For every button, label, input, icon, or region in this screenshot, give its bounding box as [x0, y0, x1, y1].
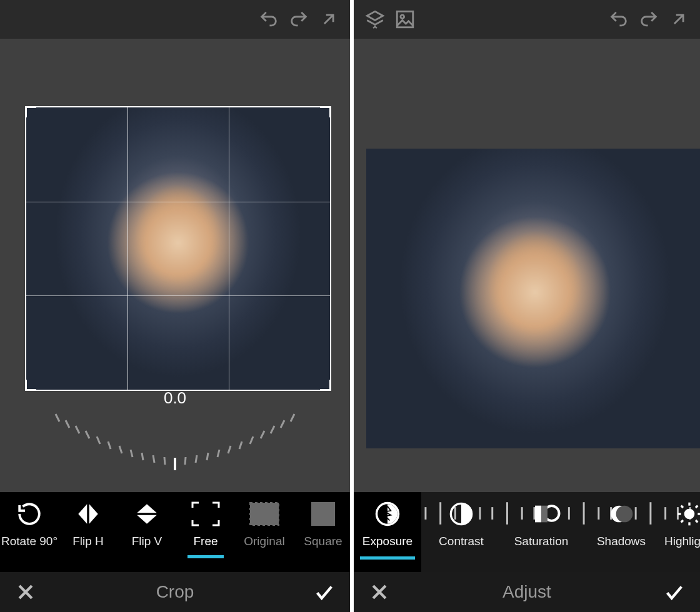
rotation-dial[interactable]: 0.0	[41, 388, 309, 470]
top-bar	[354, 0, 700, 39]
shadows-button[interactable]: Shadows	[581, 492, 661, 572]
svg-line-9	[153, 455, 154, 463]
svg-line-15	[218, 450, 219, 457]
tool-label: Original	[244, 535, 284, 548]
svg-line-5	[108, 442, 111, 449]
highlights-button[interactable]: Highlights	[661, 492, 700, 572]
exposure-button[interactable]: Exposure	[354, 492, 421, 572]
svg-line-7	[131, 450, 132, 457]
svg-line-62	[681, 506, 683, 508]
svg-point-26	[401, 15, 404, 19]
bottom-bar: Crop	[0, 572, 350, 612]
screen-title: Adjust	[391, 582, 662, 602]
svg-line-16	[228, 446, 231, 453]
tool-label: Contrast	[439, 535, 484, 548]
redo-icon[interactable]	[284, 4, 314, 34]
cancel-button[interactable]	[14, 580, 38, 604]
undo-icon[interactable]	[604, 4, 634, 34]
svg-rect-54	[541, 506, 548, 523]
svg-point-56	[616, 506, 633, 523]
crop-screen: 0.0	[0, 0, 350, 612]
svg-line-18	[250, 437, 253, 444]
undo-icon[interactable]	[254, 4, 284, 34]
svg-line-8	[142, 453, 143, 460]
photo-preview	[366, 149, 700, 448]
svg-rect-23	[250, 503, 279, 525]
svg-rect-24	[312, 503, 334, 525]
svg-line-3	[86, 431, 89, 438]
svg-line-64	[681, 520, 683, 522]
adjust-canvas[interactable]	[354, 39, 700, 492]
svg-line-17	[239, 442, 242, 449]
flip-v-button[interactable]: Flip V	[118, 492, 176, 572]
tool-label: Flip V	[132, 535, 162, 548]
svg-line-4	[97, 437, 100, 444]
adjust-toolstrip: Exposure Contrast Saturation Shadows Hig…	[354, 492, 700, 572]
crop-toolstrip: Rotate 90° Flip H Flip V Free Original S…	[0, 492, 350, 572]
svg-line-13	[196, 455, 197, 463]
rotate-90-button[interactable]: Rotate 90°	[0, 492, 59, 572]
svg-line-19	[261, 431, 264, 438]
aspect-square-button[interactable]: Square	[294, 492, 350, 572]
crop-grid[interactable]	[25, 106, 331, 391]
tool-label: Rotate 90°	[1, 535, 58, 548]
svg-rect-53	[535, 506, 541, 523]
aspect-original-button[interactable]: Original	[235, 492, 294, 572]
flip-h-button[interactable]: Flip H	[59, 492, 118, 572]
tool-label: Exposure	[362, 535, 412, 548]
fullscreen-icon[interactable]	[314, 4, 344, 34]
layers-icon[interactable]	[360, 4, 390, 34]
svg-line-6	[119, 446, 122, 453]
svg-line-14	[207, 453, 208, 460]
fullscreen-icon[interactable]	[664, 4, 694, 34]
tool-label: Square	[304, 535, 342, 548]
svg-line-10	[164, 457, 165, 465]
svg-line-2	[76, 426, 79, 433]
svg-line-0	[56, 414, 59, 422]
confirm-button[interactable]	[662, 580, 686, 604]
tool-label: Highlights	[664, 535, 700, 548]
redo-icon[interactable]	[634, 4, 664, 34]
svg-point-57	[684, 509, 695, 520]
adjust-screen: Exposure Contrast Saturation Shadows Hig…	[350, 0, 700, 612]
confirm-button[interactable]	[312, 580, 336, 604]
saturation-button[interactable]: Saturation	[501, 492, 581, 572]
tool-label: Shadows	[597, 535, 646, 548]
tool-label: Free	[193, 535, 218, 548]
svg-line-12	[185, 457, 186, 465]
cancel-button[interactable]	[368, 580, 391, 604]
tool-label: Saturation	[514, 535, 569, 548]
svg-line-22	[291, 414, 294, 422]
screen-title: Crop	[38, 582, 312, 602]
contrast-button[interactable]: Contrast	[421, 492, 501, 572]
aspect-free-button[interactable]: Free	[176, 492, 235, 572]
image-settings-icon[interactable]	[390, 4, 420, 34]
top-bar	[0, 0, 350, 39]
svg-line-21	[281, 420, 284, 428]
tool-label: Flip H	[72, 535, 104, 548]
svg-line-65	[696, 506, 698, 508]
bottom-bar: Adjust	[354, 572, 700, 612]
svg-line-20	[271, 426, 274, 433]
rotation-value: 0.0	[41, 388, 309, 408]
svg-rect-25	[397, 11, 413, 27]
svg-line-63	[696, 520, 698, 522]
svg-line-1	[66, 420, 69, 428]
crop-canvas[interactable]: 0.0	[0, 39, 350, 492]
